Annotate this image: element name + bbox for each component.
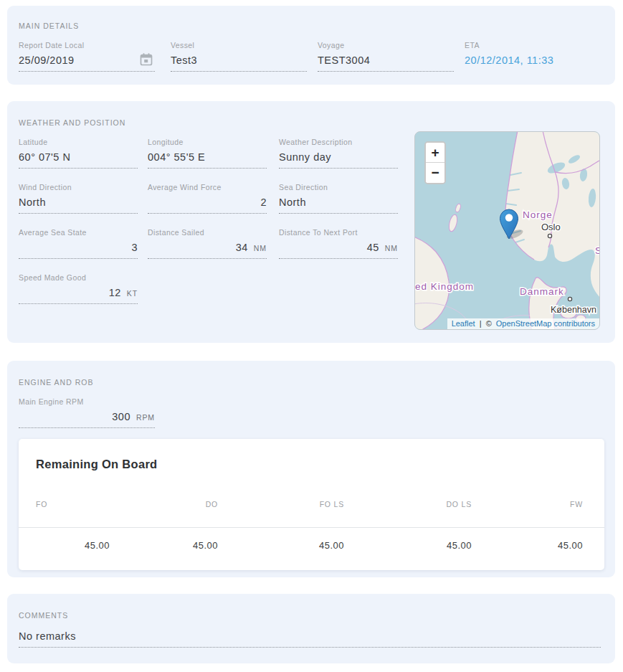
distance-sailed-unit: NM — [254, 244, 267, 252]
report-date-field: Report Date Local 25/09/2019 — [19, 41, 155, 72]
attribution-separator: | — [480, 319, 482, 328]
speed-made-good-label: Speed Made Good — [19, 273, 138, 282]
rob-table-row: 45.00 45.00 45.00 45.00 45.00 — [19, 528, 604, 551]
latitude-field: Latitude 60° 07'5 N — [19, 138, 138, 169]
wind-direction-input[interactable]: North — [19, 197, 138, 214]
rob-value-fo[interactable]: 45.00 — [36, 540, 110, 551]
calendar-icon[interactable] — [139, 52, 153, 67]
osm-link[interactable]: OpenStreetMap contributors — [496, 319, 595, 328]
engine-rob-section: ENGINE AND ROB Main Engine RPM 300 RPM R… — [7, 361, 615, 577]
rob-col-fw: FW — [472, 500, 583, 508]
longitude-field: Longitude 004° 55'5 E — [148, 138, 267, 169]
map-label-kobenhavn: København — [551, 305, 596, 315]
kobenhavn-city-icon — [568, 297, 571, 300]
map-label-united-kingdom: ed Kingdom — [415, 281, 474, 292]
main-engine-rpm-unit: RPM — [136, 413, 155, 422]
rob-value-dols[interactable]: 45.00 — [344, 540, 472, 551]
eta-value[interactable]: 20/12/2014, 11:33 — [465, 55, 601, 71]
main-engine-rpm-field: Main Engine RPM 300 RPM — [19, 397, 155, 428]
speed-made-good-value: 12 — [109, 287, 121, 298]
vessel-label: Vessel — [171, 41, 307, 49]
sea-direction-label: Sea Direction — [279, 183, 398, 191]
main-engine-rpm-label: Main Engine RPM — [19, 397, 155, 406]
wind-force-input[interactable]: 2 — [148, 197, 267, 214]
rob-col-fo: FO — [36, 500, 110, 508]
map-zoom-control: + − — [424, 141, 446, 184]
main-details-section: MAIN DETAILS Report Date Local 25/09/201… — [7, 6, 615, 85]
speed-made-good-input[interactable]: 12 KT — [19, 287, 138, 304]
voyage-input[interactable]: TEST3004 — [318, 55, 454, 72]
attribution-copyright: © — [486, 319, 492, 328]
sea-state-label: Average Sea State — [19, 228, 138, 237]
wind-force-field: Average Wind Force 2 — [148, 183, 267, 214]
sea-direction-input[interactable]: North — [279, 197, 398, 214]
map-label-sverige: S — [595, 245, 600, 256]
latitude-label: Latitude — [19, 138, 138, 146]
main-details-fields: Report Date Local 25/09/2019 Vessel Test… — [19, 41, 601, 72]
wind-force-value: 2 — [260, 197, 267, 208]
rob-value-do[interactable]: 45.00 — [110, 540, 218, 551]
voyage-field: Voyage TEST3004 — [318, 41, 454, 72]
sea-state-input[interactable]: 3 — [19, 242, 138, 259]
wind-force-label: Average Wind Force — [148, 183, 267, 191]
vessel-input[interactable]: Test3 — [171, 55, 307, 72]
comments-field: No remarks — [19, 630, 601, 648]
vessel-field: Vessel Test3 — [171, 41, 307, 72]
longitude-label: Longitude — [148, 138, 267, 146]
main-details-title: MAIN DETAILS — [19, 22, 601, 30]
map-label-norge: Norge — [523, 209, 553, 220]
voyage-label: Voyage — [318, 41, 454, 49]
distance-next-port-label: Distance To Next Port — [279, 228, 398, 237]
rob-title: Remaining On Board — [19, 458, 604, 471]
speed-made-good-field: Speed Made Good 12 KT — [19, 273, 138, 304]
distance-sailed-value: 34 — [236, 242, 248, 253]
map-label-oslo: Oslo — [541, 222, 561, 232]
weather-description-field: Weather Description Sunny day — [279, 138, 398, 169]
rob-col-dols: DO LS — [344, 500, 472, 508]
main-engine-rpm-value: 300 — [112, 411, 130, 422]
report-date-input[interactable]: 25/09/2019 — [19, 55, 155, 72]
rob-table-header: FO DO FO LS DO LS FW — [19, 500, 604, 527]
map-label-danmark: Danmark — [520, 286, 564, 297]
weather-fields: Latitude 60° 07'5 N Longitude 004° 55'5 … — [19, 138, 417, 304]
weather-section-title: WEATHER AND POSITION — [19, 118, 601, 127]
wind-direction-field: Wind Direction North — [19, 183, 138, 214]
weather-position-section: WEATHER AND POSITION Latitude 60° 07'5 N… — [7, 101, 615, 343]
distance-sailed-input[interactable]: 34 NM — [148, 242, 267, 259]
engine-section-title: ENGINE AND ROB — [19, 378, 601, 387]
report-date-label: Report Date Local — [19, 41, 155, 49]
sea-direction-field: Sea Direction North — [279, 183, 398, 214]
rob-value-fw[interactable]: 45.00 — [472, 540, 583, 551]
distance-next-port-input[interactable]: 45 NM — [279, 242, 398, 259]
wind-direction-label: Wind Direction — [19, 183, 138, 191]
sea-state-field: Average Sea State 3 — [19, 228, 138, 259]
eta-label: ETA — [465, 41, 601, 49]
remaining-on-board-card: Remaining On Board FO DO FO LS DO LS FW … — [19, 439, 604, 570]
distance-sailed-field: Distance Sailed 34 NM — [148, 228, 267, 259]
distance-sailed-label: Distance Sailed — [148, 228, 267, 237]
map-attribution: Leaflet | © OpenStreetMap contributors — [447, 318, 599, 329]
leaflet-link[interactable]: Leaflet — [452, 319, 475, 328]
weather-description-input[interactable]: Sunny day — [279, 151, 398, 169]
rob-col-do: DO — [110, 500, 218, 508]
sea-state-value: 3 — [131, 242, 138, 253]
longitude-input[interactable]: 004° 55'5 E — [148, 151, 267, 169]
distance-next-port-unit: NM — [385, 244, 398, 252]
map-zoom-out-button[interactable]: − — [426, 163, 444, 183]
latitude-input[interactable]: 60° 07'5 N — [19, 151, 138, 169]
main-engine-rpm-input[interactable]: 300 RPM — [19, 411, 155, 428]
distance-next-port-value: 45 — [367, 242, 379, 253]
comments-section-title: COMMENTS — [19, 611, 601, 620]
eta-field: ETA 20/12/2014, 11:33 — [465, 41, 601, 72]
map-zoom-in-button[interactable]: + — [426, 143, 444, 163]
comments-section: COMMENTS No remarks — [7, 594, 615, 663]
comments-input[interactable]: No remarks — [19, 630, 601, 648]
distance-next-port-field: Distance To Next Port 45 NM — [279, 228, 398, 259]
oslo-city-icon — [548, 234, 551, 237]
position-map[interactable]: Norge Oslo Danmark København ed Kingdom … — [414, 131, 600, 330]
speed-made-good-unit: KT — [127, 289, 138, 298]
rob-col-fols: FO LS — [218, 500, 344, 508]
rob-value-fols[interactable]: 45.00 — [218, 540, 344, 551]
weather-description-label: Weather Description — [279, 138, 398, 146]
